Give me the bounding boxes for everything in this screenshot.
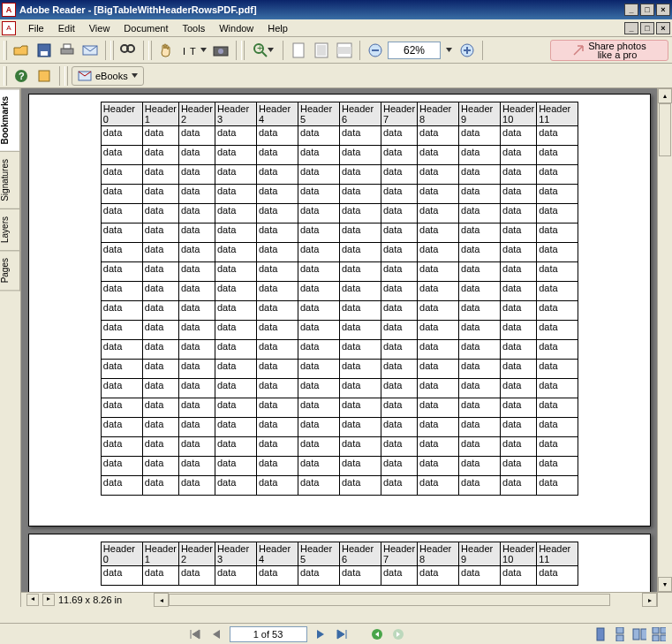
sidebar-tab-bookmarks[interactable]: Bookmarks — [0, 88, 20, 152]
menu-file[interactable]: File — [21, 21, 51, 35]
table-cell: data — [178, 340, 215, 360]
scroll-thumb[interactable] — [659, 103, 671, 156]
table-cell: data — [537, 282, 578, 301]
print-button[interactable] — [57, 40, 78, 61]
table-cell: data — [537, 185, 578, 204]
toolbar-handle[interactable] — [241, 41, 245, 60]
table-cell: data — [101, 282, 142, 301]
scroll-up-button[interactable]: ▴ — [658, 88, 672, 103]
table-cell: data — [381, 379, 418, 398]
scroll-right-button[interactable]: ▸ — [642, 593, 657, 607]
toolbar-handle[interactable] — [4, 66, 7, 86]
horizontal-scrollbar[interactable]: ◂ ▸ — [154, 592, 657, 607]
open-button[interactable] — [11, 40, 32, 61]
forward-view-button[interactable] — [390, 626, 406, 642]
table-cell: data — [340, 418, 381, 437]
zoom-input[interactable]: 62% — [388, 42, 441, 59]
sidebar-tab-layers[interactable]: Layers — [0, 208, 20, 251]
document-icon[interactable]: A — [2, 21, 16, 35]
zoom-dropdown-button[interactable] — [442, 40, 455, 61]
hand-icon — [158, 42, 174, 58]
zoom-out-button[interactable] — [365, 40, 386, 61]
table-cell: data — [257, 126, 298, 146]
help-button[interactable]: ? — [11, 65, 32, 87]
review-button[interactable] — [34, 65, 55, 87]
toolbar-handle[interactable] — [4, 41, 7, 60]
menu-tools[interactable]: Tools — [176, 21, 213, 35]
close-button[interactable]: × — [656, 4, 670, 16]
table-cell: data — [142, 418, 178, 437]
continuous-view-button[interactable] — [612, 626, 628, 642]
table-header: Header 5 — [298, 542, 340, 566]
menu-view[interactable]: View — [82, 21, 117, 35]
minimize-button[interactable]: _ — [624, 4, 638, 16]
new-page-button[interactable] — [288, 40, 309, 61]
email-button[interactable] — [79, 40, 101, 61]
zoom-in-button[interactable] — [457, 40, 478, 61]
doc-minimize-button[interactable]: _ — [624, 22, 638, 34]
menu-help[interactable]: Help — [260, 21, 295, 35]
table-cell: data — [418, 340, 459, 360]
sidebar-tab-pages[interactable]: Pages — [0, 250, 20, 291]
vertical-scrollbar[interactable]: ▴ ▾ — [657, 88, 672, 592]
page-size-left-button[interactable]: ◂ — [26, 594, 39, 606]
sidebar-tab-signatures[interactable]: Signatures — [0, 151, 20, 209]
table-cell: data — [537, 398, 578, 418]
doc-close-button[interactable]: × — [656, 22, 670, 34]
fit-page-button[interactable] — [311, 40, 332, 61]
table-cell: data — [418, 301, 459, 321]
last-page-button[interactable] — [334, 626, 350, 642]
table-header: Header 11 — [537, 542, 578, 566]
toolbar-handle[interactable] — [110, 41, 114, 60]
pdf-page-current[interactable]: Header 0Header 1Header 2Header 3Header 4… — [28, 94, 651, 527]
search-button[interactable] — [117, 40, 139, 61]
svg-rect-2 — [61, 49, 73, 54]
table-cell: data — [178, 146, 215, 165]
next-page-button[interactable] — [313, 626, 328, 642]
scroll-down-button[interactable]: ▾ — [658, 577, 672, 592]
toolbar-handle[interactable] — [64, 66, 68, 86]
fit-width-icon — [336, 42, 352, 58]
continuous-facing-view-button[interactable] — [651, 626, 667, 642]
table-cell: data — [381, 262, 418, 282]
menu-window[interactable]: Window — [212, 21, 260, 35]
facing-view-button[interactable] — [631, 626, 647, 642]
menu-document[interactable]: Document — [117, 21, 175, 35]
table-cell: data — [537, 566, 578, 586]
table-cell: data — [101, 165, 142, 185]
save-button[interactable] — [34, 40, 55, 61]
zoom-in-tool-button[interactable]: + — [248, 40, 278, 61]
ebooks-button[interactable]: eBooks — [72, 66, 144, 86]
page-number-input[interactable]: 1 of 53 — [230, 626, 307, 642]
table-cell: data — [459, 204, 501, 224]
doc-maximize-button[interactable]: □ — [640, 22, 654, 34]
hand-tool-button[interactable] — [155, 40, 177, 61]
back-view-button[interactable] — [369, 626, 385, 642]
table-cell: data — [178, 566, 215, 586]
table-cell: data — [418, 457, 459, 476]
select-text-button[interactable]: IT — [178, 40, 208, 61]
promo-banner[interactable]: Share photoslike a pro — [550, 40, 668, 61]
table-cell: data — [459, 398, 501, 418]
svg-rect-1 — [41, 51, 48, 56]
table-cell: data — [178, 262, 215, 282]
single-page-view-button[interactable] — [593, 626, 608, 642]
table-cell: data — [459, 340, 501, 360]
page-size-right-button[interactable]: ▸ — [42, 594, 55, 606]
scroll-left-button[interactable]: ◂ — [154, 593, 169, 607]
toolbar-handle[interactable] — [148, 41, 152, 60]
first-page-button[interactable] — [187, 626, 203, 642]
menu-edit[interactable]: Edit — [51, 21, 82, 35]
snapshot-button[interactable] — [210, 40, 231, 61]
fit-width-button[interactable] — [334, 40, 355, 61]
page-dimensions: ◂ ▸ 11.69 x 8.26 in — [21, 592, 154, 607]
prev-page-button[interactable] — [208, 626, 224, 642]
document-area[interactable]: Header 0Header 1Header 2Header 3Header 4… — [21, 88, 672, 607]
scroll-thumb[interactable] — [169, 594, 610, 606]
table-cell: data — [178, 224, 215, 243]
table-cell: data — [178, 379, 215, 398]
table-cell: data — [298, 282, 340, 301]
maximize-button[interactable]: □ — [640, 4, 654, 16]
table-cell: data — [298, 262, 340, 282]
table-cell: data — [142, 282, 178, 301]
